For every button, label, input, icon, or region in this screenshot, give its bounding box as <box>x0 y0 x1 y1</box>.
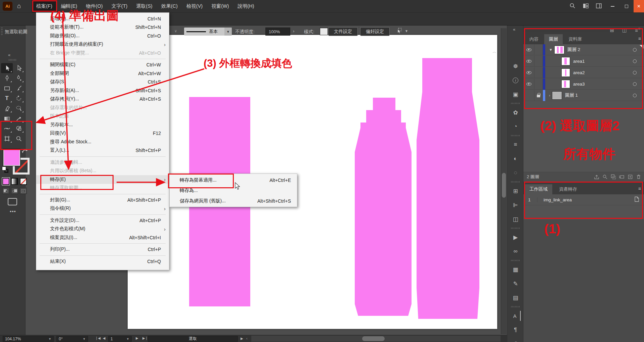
target-circle-icon[interactable] <box>633 71 637 75</box>
info-icon[interactable]: i <box>511 75 521 85</box>
select-similar-icon[interactable] <box>396 28 403 35</box>
tab-layers[interactable]: 圖層 <box>544 34 563 44</box>
menu-item-export-for-screens[interactable]: 轉存為螢幕適用...Alt+Ctrl+E <box>170 175 297 185</box>
paintbrush-tool[interactable] <box>13 83 25 93</box>
menu-item-save-for-web-legacy[interactable]: 儲存為網頁用 (舊版)...Alt+Shift+Ctrl+S <box>170 196 297 206</box>
artboard-page-icon[interactable] <box>634 196 639 203</box>
menu-item-close-all[interactable]: 全部關閉Alt+Ctrl+W <box>36 69 169 78</box>
artboard-number-dropdown[interactable]: 1▼ <box>108 336 132 342</box>
artboard-row[interactable]: 1 img_link_area <box>523 194 644 205</box>
layer-thumbnail[interactable] <box>561 80 570 88</box>
menu-item-open-recent[interactable]: 打開最近使用過的檔案(F)› <box>36 40 169 49</box>
layer-name[interactable]: 圖層 2 <box>567 47 580 53</box>
menu-select[interactable]: 選取(S) <box>132 0 157 12</box>
selection-tool[interactable] <box>1 63 13 73</box>
swap-fill-stroke-icon[interactable] <box>21 148 29 156</box>
menu-view[interactable]: 檢視(V) <box>182 0 207 12</box>
next-artboard-button[interactable]: ▶ <box>136 336 138 340</box>
menu-window[interactable]: 視窗(W) <box>207 0 233 12</box>
menu-item-export-as[interactable]: 轉存為... <box>170 185 297 196</box>
tab-properties[interactable]: 內容 <box>525 34 543 44</box>
style-swatch[interactable] <box>320 28 328 35</box>
shape-builder-tool[interactable] <box>13 124 25 134</box>
actions-icon[interactable]: ▶ <box>511 232 521 242</box>
fill-swatch[interactable] <box>3 149 20 166</box>
menu-item-new[interactable]: 新增(N)...Ctrl+N <box>36 14 169 23</box>
vertical-scrollbar[interactable] <box>501 28 507 334</box>
lock-toggle[interactable] <box>534 90 543 101</box>
lock-toggle[interactable] <box>534 67 543 78</box>
tab-asset-export[interactable]: 資產轉存 <box>554 184 582 194</box>
panel-options-icon[interactable]: ◫ <box>622 27 627 33</box>
locate-object-icon[interactable] <box>602 174 608 180</box>
panel-menu-icon[interactable]: ≡ <box>638 36 641 41</box>
layer-name[interactable]: area1 <box>573 59 585 64</box>
swatches-icon[interactable]: ▦ <box>511 264 521 275</box>
lock-toggle[interactable] <box>534 79 543 90</box>
layer-name[interactable]: area2 <box>573 70 585 75</box>
color-mode-button[interactable] <box>2 178 9 185</box>
splitter-icon[interactable]: ‹ <box>246 336 248 340</box>
menu-item-export[interactable]: 轉存(E)› <box>36 175 169 184</box>
layer-row-layer2[interactable]: ▼ 圖層 2 <box>523 44 644 55</box>
chevron-up-icon[interactable]: ︿ <box>492 49 497 55</box>
brushes-icon[interactable]: ✎ <box>511 279 521 289</box>
menu-effect[interactable]: 效果(C) <box>157 0 182 12</box>
new-sublayer-icon[interactable] <box>619 174 625 180</box>
color-guide-icon[interactable]: ◔ <box>511 121 521 132</box>
menu-type[interactable]: 文字(T) <box>107 0 132 12</box>
menu-item-exit[interactable]: 結束(X)Ctrl+Q <box>36 257 169 266</box>
menu-item-print[interactable]: 列印(P)...Ctrl+P <box>36 245 169 254</box>
visibility-toggle[interactable] <box>523 71 534 74</box>
default-fill-stroke-icon[interactable] <box>2 166 9 174</box>
opentype-icon[interactable]: O <box>511 339 521 342</box>
collect-for-export-icon[interactable] <box>594 174 599 180</box>
draw-behind-button[interactable] <box>11 188 18 194</box>
arrange-documents-icon[interactable] <box>583 3 589 9</box>
search-icon[interactable] <box>569 3 575 10</box>
draw-normal-button[interactable] <box>2 188 9 194</box>
menu-item-save-a-copy[interactable]: 儲存拷貝(Y)...Alt+Ctrl+S <box>36 95 169 104</box>
symbols-icon[interactable]: ▤ <box>511 293 521 303</box>
lock-toggle[interactable] <box>534 56 543 67</box>
gradient-tool[interactable] <box>1 113 13 124</box>
menu-item-revert[interactable]: 回復(V)F12 <box>36 129 169 138</box>
prev-artboard-button[interactable]: ◀ <box>103 336 105 340</box>
menu-item-document-setup[interactable]: 文件設定(D)...Alt+Ctrl+P <box>36 216 169 225</box>
menu-item-close[interactable]: 關閉檔案(C)Ctrl+W <box>36 61 169 69</box>
artboard-row-name[interactable]: img_link_area <box>538 197 572 202</box>
type-tool[interactable]: T <box>1 93 13 103</box>
appearance-icon[interactable]: ◌ <box>511 168 521 178</box>
color-palette-icon[interactable]: ✿ <box>511 107 521 117</box>
control-menu-icon[interactable]: ≡ <box>635 28 638 33</box>
menu-item-save-as-template[interactable]: 另存範本... <box>36 120 169 129</box>
menu-item-scripts[interactable]: 指令檔(R)› <box>36 204 169 213</box>
links-icon[interactable]: ∞ <box>511 246 521 256</box>
target-circle-icon[interactable] <box>633 94 637 97</box>
opacity-more-icon[interactable]: › <box>293 29 294 34</box>
panel-menu-icon[interactable]: ≡ <box>638 186 641 191</box>
eyedropper-tool[interactable] <box>13 113 25 124</box>
document-setup-button[interactable]: 文件設定 <box>328 27 358 36</box>
layer-row-area2[interactable]: area2 <box>523 67 644 78</box>
gradient-mode-button[interactable] <box>11 178 18 185</box>
tools-grip[interactable] <box>9 59 17 61</box>
visibility-toggle[interactable] <box>523 83 534 86</box>
lasso-tool[interactable] <box>13 103 25 113</box>
expand-panels-icon[interactable]: « <box>513 27 515 32</box>
target-circle-icon[interactable] <box>633 82 637 86</box>
lock-toggle[interactable] <box>534 44 543 55</box>
horizontal-scrollbar-thumb[interactable] <box>362 336 385 341</box>
app-logo-icon[interactable]: Ai <box>3 2 12 11</box>
layer-name[interactable]: area3 <box>573 82 585 87</box>
menu-edit[interactable]: 編輯(E) <box>57 0 82 12</box>
opacity-input[interactable]: 100% <box>265 28 290 36</box>
navigator-wheel-icon[interactable]: ☸ <box>511 61 521 71</box>
minimize-button[interactable] <box>605 0 619 12</box>
tab-artboards[interactable]: 工作區域 <box>525 184 552 194</box>
brush-definition-dropdown[interactable]: 基本 ▼ <box>184 28 232 36</box>
pathfinder-icon[interactable]: ◫ <box>511 214 521 224</box>
eraser-tool[interactable] <box>1 103 13 113</box>
collapse-tools-icon[interactable]: « <box>8 52 10 57</box>
layer-thumbnail[interactable] <box>552 91 562 100</box>
